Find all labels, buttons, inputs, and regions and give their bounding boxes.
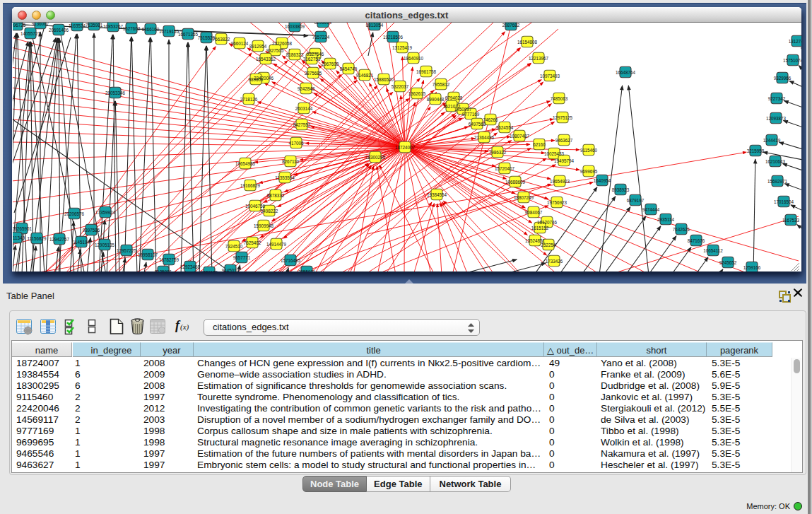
- svg-text:16033809: 16033809: [285, 24, 305, 29]
- svg-text:12923468: 12923468: [180, 264, 201, 269]
- svg-text:9660124: 9660124: [231, 41, 249, 46]
- svg-text:15886520: 15886520: [374, 77, 394, 82]
- svg-text:12942757: 12942757: [49, 237, 70, 242]
- svg-text:9397586: 9397586: [83, 228, 100, 233]
- svg-text:7955812: 7955812: [433, 82, 450, 87]
- svg-text:8471676: 8471676: [688, 238, 705, 243]
- svg-text:16782759: 16782759: [159, 257, 180, 262]
- svg-text:(x): (x): [180, 322, 189, 332]
- svg-text:21364436: 21364436: [474, 135, 495, 140]
- svg-text:17957225: 17957225: [117, 248, 137, 253]
- svg-text:8990448: 8990448: [427, 97, 445, 102]
- svg-text:8125901: 8125901: [155, 269, 172, 272]
- svg-text:9136067: 9136067: [32, 23, 49, 26]
- svg-text:20053346: 20053346: [105, 90, 126, 95]
- svg-text:7485063: 7485063: [551, 96, 568, 101]
- svg-text:10688609: 10688609: [505, 180, 526, 185]
- svg-text:13125419: 13125419: [392, 45, 413, 50]
- svg-text:20206576: 20206576: [64, 211, 85, 216]
- svg-text:15720407: 15720407: [495, 166, 515, 171]
- svg-text:1163524: 1163524: [69, 23, 86, 28]
- svg-text:3875685: 3875685: [305, 71, 322, 76]
- svg-text:3624554: 3624554: [496, 125, 514, 130]
- svg-text:2935114: 2935114: [657, 217, 675, 222]
- svg-text:15751074: 15751074: [783, 58, 801, 63]
- svg-text:19218506: 19218506: [383, 35, 404, 40]
- svg-text:8813054: 8813054: [366, 23, 384, 28]
- svg-text:8295614: 8295614: [314, 23, 332, 25]
- svg-text:2967608: 2967608: [322, 62, 339, 66]
- svg-text:10958107: 10958107: [138, 252, 158, 257]
- svg-text:19495794: 19495794: [554, 158, 575, 163]
- svg-text:19654985: 19654985: [235, 161, 256, 166]
- svg-text:18724007: 18724007: [395, 145, 416, 150]
- svg-text:8267110: 8267110: [282, 159, 300, 164]
- svg-text:252254: 252254: [541, 243, 556, 247]
- svg-text:10719155: 10719155: [159, 29, 180, 34]
- svg-text:9474444: 9474444: [642, 207, 660, 212]
- svg-text:1145194: 1145194: [73, 240, 90, 245]
- svg-text:18640910: 18640910: [404, 56, 424, 61]
- svg-text:9115460: 9115460: [580, 148, 598, 153]
- svg-text:15909948: 15909948: [254, 223, 274, 228]
- svg-text:2055911: 2055911: [298, 269, 316, 272]
- svg-text:10807487: 10807487: [510, 134, 530, 139]
- svg-text:16961758: 16961758: [416, 69, 437, 74]
- svg-text:18300295: 18300295: [365, 155, 386, 160]
- svg-text:9657771: 9657771: [233, 255, 251, 260]
- svg-text:9699695: 9699695: [580, 169, 598, 174]
- svg-text:7635981: 7635981: [86, 23, 103, 28]
- svg-text:9777169: 9777169: [462, 112, 480, 117]
- svg-text:8938923: 8938923: [612, 187, 630, 192]
- svg-text:16120746: 16120746: [537, 220, 558, 225]
- svg-text:1450997: 1450997: [454, 107, 472, 112]
- svg-text:9227342: 9227342: [768, 96, 786, 101]
- svg-text:17016504: 17016504: [774, 199, 794, 204]
- svg-text:9245652: 9245652: [719, 260, 737, 265]
- svg-text:16210643: 16210643: [765, 159, 786, 164]
- svg-text:1640954: 1640954: [594, 178, 611, 183]
- svg-text:1362615: 1362615: [408, 91, 426, 96]
- svg-text:8878332: 8878332: [267, 193, 285, 198]
- svg-text:11156829: 11156829: [27, 236, 47, 241]
- svg-text:16543362: 16543362: [256, 57, 276, 62]
- svg-text:9329966: 9329966: [774, 76, 792, 81]
- svg-text:2718126: 2718126: [240, 97, 258, 102]
- svg-text:7625402: 7625402: [244, 240, 261, 245]
- svg-text:9242848: 9242848: [298, 86, 315, 91]
- svg-text:9327505: 9327505: [266, 48, 284, 53]
- svg-text:14914479: 14914479: [266, 242, 287, 247]
- svg-text:9084067: 9084067: [525, 210, 543, 215]
- svg-text:10973493: 10973493: [540, 74, 560, 78]
- svg-text:1733426: 1733426: [546, 259, 563, 264]
- svg-text:2096725: 2096725: [13, 23, 26, 28]
- svg-text:11353594: 11353594: [275, 175, 295, 180]
- svg-text:12905135: 12905135: [95, 243, 115, 247]
- svg-text:3215958: 3215958: [747, 148, 765, 153]
- svg-text:16648764: 16648764: [616, 70, 636, 75]
- svg-text:16154808: 16154808: [517, 40, 538, 45]
- svg-text:1167533: 1167533: [782, 218, 800, 223]
- svg-text:23226058: 23226058: [272, 41, 293, 46]
- svg-text:5498222: 5498222: [261, 209, 278, 214]
- svg-text:14055721: 14055721: [20, 31, 41, 36]
- svg-text:2603144: 2603144: [295, 106, 313, 111]
- svg-text:8186323: 8186323: [286, 52, 304, 57]
- svg-text:16671355: 16671355: [178, 32, 199, 37]
- svg-text:7324510: 7324510: [225, 244, 243, 249]
- svg-text:6466160: 6466160: [142, 27, 160, 32]
- svg-text:9146821: 9146821: [356, 73, 374, 78]
- svg-text:26265901: 26265901: [13, 226, 32, 231]
- svg-text:6231175: 6231175: [201, 270, 218, 272]
- svg-text:6497568: 6497568: [469, 122, 486, 127]
- svg-text:9445012: 9445012: [222, 268, 240, 272]
- svg-text:8427552: 8427552: [293, 122, 311, 127]
- svg-text:15692971: 15692971: [767, 179, 788, 184]
- svg-text:12213967: 12213967: [529, 56, 549, 61]
- svg-text:9327546: 9327546: [307, 52, 324, 57]
- svg-text:10025433: 10025433: [544, 151, 565, 156]
- svg-text:6879197: 6879197: [627, 198, 645, 203]
- svg-text:3911349: 3911349: [13, 235, 25, 240]
- svg-text:18807249: 18807249: [514, 195, 534, 200]
- svg-text:3162753: 3162753: [303, 57, 321, 62]
